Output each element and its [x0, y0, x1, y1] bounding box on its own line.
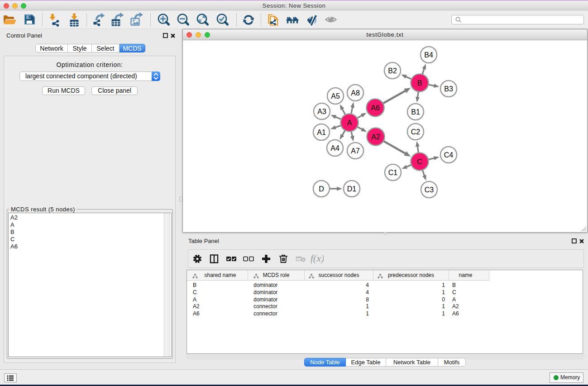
- svg-text:B2: B2: [388, 67, 397, 75]
- svg-text:A3: A3: [317, 108, 326, 115]
- svg-text:C4: C4: [444, 151, 454, 159]
- svg-text:D1: D1: [347, 185, 357, 193]
- svg-text:A8: A8: [351, 89, 360, 97]
- svg-text:C3: C3: [425, 186, 434, 194]
- svg-text:B: B: [417, 79, 422, 87]
- svg-text:C2: C2: [411, 128, 421, 136]
- svg-text:A5: A5: [331, 92, 340, 100]
- svg-text:A1: A1: [317, 129, 326, 136]
- svg-text:A6: A6: [371, 104, 380, 112]
- svg-text:D: D: [319, 185, 324, 193]
- svg-text:B1: B1: [411, 108, 420, 116]
- svg-text:A: A: [347, 119, 352, 127]
- svg-text:A7: A7: [351, 147, 360, 155]
- svg-text:A2: A2: [371, 133, 380, 141]
- svg-text:C: C: [417, 158, 422, 166]
- svg-text:A4: A4: [330, 144, 339, 152]
- svg-text:f(x): f(x): [311, 253, 324, 264]
- svg-text:C1: C1: [388, 169, 398, 176]
- svg-text:B3: B3: [444, 85, 453, 93]
- svg-text:B4: B4: [424, 51, 433, 59]
